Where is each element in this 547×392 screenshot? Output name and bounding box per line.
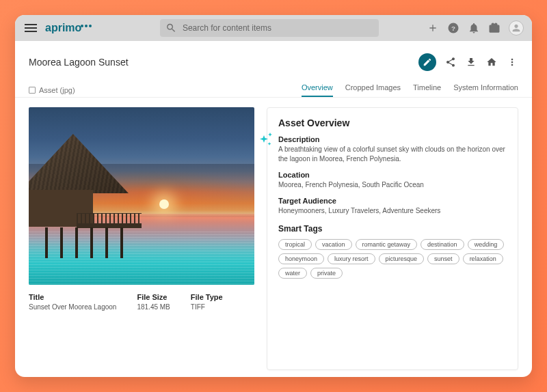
topbar: aprimo ?: [15, 15, 532, 41]
notifications-icon[interactable]: [468, 22, 480, 34]
app-window: aprimo ? Moorea Lagoon Sun: [15, 15, 532, 377]
page-header: Moorea Lagoon Sunset: [15, 41, 532, 81]
page-title: Moorea Lagoon Sunset: [29, 57, 129, 68]
meta-title: Title Sunset Over Moorea Lagoon: [29, 293, 116, 311]
tab-system-information[interactable]: System Information: [453, 83, 518, 97]
svg-text:?: ?: [451, 25, 455, 32]
meta-type: File Type TIFF: [191, 293, 223, 311]
asset-format-checkbox[interactable]: Asset (jpg): [29, 86, 75, 94]
brand-text: aprimo: [45, 22, 81, 34]
tag-luxury-resort[interactable]: luxury resort: [328, 253, 375, 264]
inbox-icon[interactable]: [488, 22, 501, 34]
more-icon[interactable]: [506, 56, 518, 68]
description-value: A breathtaking view of a colorful sunset…: [278, 145, 507, 164]
edit-button[interactable]: [418, 53, 436, 71]
description-label: Description: [278, 135, 507, 143]
asset-preview-image[interactable]: [29, 107, 254, 285]
audience-value: Honeymooners, Luxury Travelers, Adventur…: [278, 206, 507, 216]
smart-tags-label: Smart Tags: [278, 224, 507, 234]
page-actions: [418, 53, 518, 71]
brand-logo[interactable]: aprimo: [45, 22, 92, 34]
download-icon[interactable]: [465, 56, 477, 68]
field-audience: Target Audience Honeymooners, Luxury Tra…: [278, 197, 507, 216]
overview-panel: Asset Overview Description A breathtakin…: [267, 107, 518, 370]
panel-title: Asset Overview: [278, 117, 507, 128]
asset-column: Title Sunset Over Moorea Lagoon File Siz…: [29, 107, 254, 370]
tabs: OverviewCropped ImagesTimelineSystem Inf…: [302, 83, 518, 97]
tab-overview[interactable]: Overview: [302, 83, 333, 97]
tag-romantic-getaway[interactable]: romantic getaway: [356, 239, 418, 250]
location-label: Location: [278, 171, 507, 179]
field-location: Location Moorea, French Polynesia, South…: [278, 171, 507, 190]
smart-tags: tropicalvacationromantic getawaydestinat…: [278, 239, 507, 279]
field-description: Description A breathtaking view of a col…: [278, 135, 507, 164]
search-input[interactable]: [183, 23, 373, 33]
location-value: Moorea, French Polynesia, South Pacific …: [278, 180, 507, 190]
help-icon[interactable]: ?: [447, 22, 459, 34]
tag-honeymoon[interactable]: honeymoon: [278, 253, 324, 264]
tag-picturesque[interactable]: picturesque: [379, 253, 425, 264]
checkbox-icon: [29, 87, 36, 94]
meta-type-label: File Type: [191, 293, 223, 301]
user-avatar[interactable]: [509, 20, 524, 36]
meta-size: File Size 181.45 MB: [137, 293, 170, 311]
meta-size-label: File Size: [137, 293, 170, 301]
meta-title-value: Sunset Over Moorea Lagoon: [29, 303, 116, 311]
brand-dots-icon: [81, 25, 92, 27]
meta-type-value: TIFF: [191, 303, 223, 311]
tag-water[interactable]: water: [278, 268, 307, 279]
tag-destination[interactable]: destination: [421, 239, 464, 250]
share-icon[interactable]: [444, 56, 457, 68]
tag-sunset[interactable]: sunset: [427, 253, 459, 264]
tabs-row: Asset (jpg) OverviewCropped ImagesTimeli…: [15, 81, 532, 97]
tag-private[interactable]: private: [310, 268, 343, 279]
audience-label: Target Audience: [278, 197, 507, 205]
content: Title Sunset Over Moorea Lagoon File Siz…: [15, 98, 532, 377]
search-icon: [165, 22, 177, 34]
ai-sparkle-icon: [258, 131, 274, 150]
tag-vacation[interactable]: vacation: [315, 239, 352, 250]
meta-title-label: Title: [29, 293, 116, 301]
meta-size-value: 181.45 MB: [137, 303, 170, 311]
hamburger-menu-icon[interactable]: [23, 20, 38, 36]
tab-cropped-images[interactable]: Cropped Images: [345, 83, 401, 97]
tag-tropical[interactable]: tropical: [278, 239, 312, 250]
tag-wedding[interactable]: wedding: [468, 239, 505, 250]
add-icon[interactable]: [427, 22, 439, 34]
publish-icon[interactable]: [485, 56, 498, 68]
tab-timeline[interactable]: Timeline: [413, 83, 441, 97]
search-box[interactable]: [160, 19, 379, 37]
asset-meta: Title Sunset Over Moorea Lagoon File Siz…: [29, 293, 254, 311]
tag-relaxation[interactable]: relaxation: [463, 253, 503, 264]
topbar-icons: ?: [427, 20, 524, 36]
asset-format-label: Asset (jpg): [39, 86, 75, 94]
